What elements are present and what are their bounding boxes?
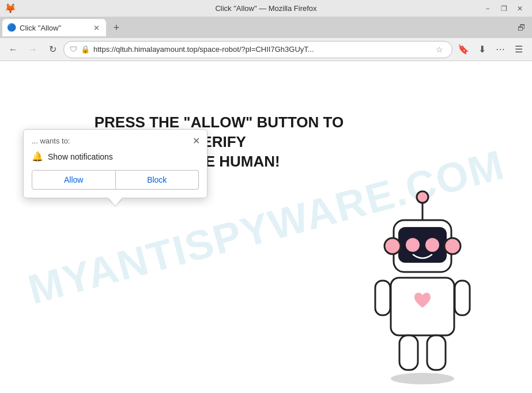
tab-bar: 🔵 Click "Allow" ✕ + 🗗: [0, 17, 532, 38]
active-tab[interactable]: 🔵 Click "Allow" ✕: [2, 19, 106, 36]
lock-icon: 🔒: [81, 45, 90, 54]
content-area: MYANTISPYWARE.COM PRESS THE "ALLOW" BUTT…: [0, 61, 532, 393]
minimize-button[interactable]: −: [480, 2, 495, 15]
tab-close-button[interactable]: ✕: [91, 22, 101, 33]
close-button[interactable]: ✕: [512, 2, 527, 15]
permission-text: Show notifications: [48, 152, 113, 161]
svg-point-13: [391, 373, 454, 384]
back-button[interactable]: ←: [5, 41, 22, 58]
shield-icon: 🛡: [70, 45, 77, 54]
svg-rect-3: [398, 227, 447, 263]
svg-point-9: [384, 238, 401, 254]
svg-point-5: [425, 238, 439, 252]
address-bar[interactable]: 🛡 🔒 ☆: [63, 41, 452, 58]
bookmark-button[interactable]: ☆: [432, 43, 446, 56]
navigation-bar: ← → ↻ 🛡 🔒 ☆ 🔖 ⬇ ⋯ ☰: [0, 38, 532, 61]
svg-rect-12: [427, 335, 446, 370]
bell-icon: 🔔: [32, 151, 43, 162]
svg-point-10: [444, 238, 461, 254]
popup-buttons: Allow Block: [32, 170, 199, 190]
svg-point-4: [406, 238, 420, 252]
popup-wants-text: ... wants to:: [32, 137, 199, 145]
tab-bar-right: 🗗: [514, 20, 530, 36]
svg-rect-7: [375, 281, 390, 315]
allow-button[interactable]: Allow: [32, 170, 116, 190]
forward-button[interactable]: →: [24, 41, 41, 58]
bookmark-menu-button[interactable]: 🔖: [455, 41, 472, 58]
title-bar-controls: − ❐ ✕: [480, 2, 527, 15]
svg-point-0: [417, 191, 428, 203]
block-button[interactable]: Block: [116, 170, 199, 190]
tab-favicon-icon: 🔵: [7, 23, 16, 32]
notification-popup: ✕ ... wants to: 🔔 Show notifications All…: [23, 129, 207, 198]
robot-illustration: [342, 180, 503, 387]
restore-all-button[interactable]: 🗗: [514, 20, 530, 36]
title-bar: 🦊 Click "Allow" — Mozilla Firefox − ❐ ✕: [0, 0, 532, 17]
url-input[interactable]: [93, 45, 429, 54]
svg-rect-8: [455, 281, 470, 315]
title-bar-left: 🦊: [5, 3, 16, 14]
menu-button[interactable]: ☰: [510, 41, 527, 58]
restore-button[interactable]: ❐: [496, 2, 511, 15]
window-title: Click "Allow" — Mozilla Firefox: [215, 4, 316, 13]
popup-close-button[interactable]: ✕: [190, 134, 202, 147]
new-tab-button[interactable]: +: [108, 20, 124, 36]
svg-rect-11: [399, 335, 418, 370]
tab-label: Click "Allow": [20, 24, 88, 32]
downloads-button[interactable]: ⬇: [473, 41, 491, 58]
firefox-logo-icon: 🦊: [5, 3, 16, 14]
nav-right-buttons: 🔖 ⬇ ⋯ ☰: [455, 41, 527, 58]
reload-button[interactable]: ↻: [44, 41, 61, 58]
popup-permission: 🔔 Show notifications: [32, 151, 199, 162]
extensions-button[interactable]: ⋯: [492, 41, 509, 58]
